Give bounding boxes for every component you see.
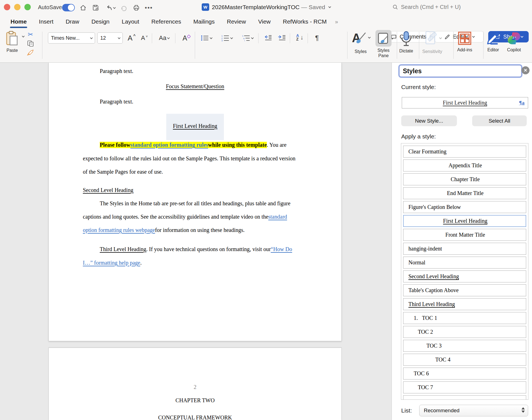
doc-line[interactable]: expected to follow all the rules laid ou… [49, 152, 341, 165]
doc-line[interactable]: CONCEPTUAL FRAMEWORK [49, 411, 341, 420]
tabs-overflow-chevron[interactable]: » [333, 15, 340, 29]
more-commands-icon[interactable]: ••• [144, 3, 153, 12]
home-icon[interactable] [79, 3, 88, 12]
style-item-appendix-title[interactable]: Appendix Title [403, 160, 526, 171]
document-title: 2026MasterTemplateWorkingTOC — Saved [212, 4, 325, 11]
dictate-button[interactable]: Dictate [398, 31, 414, 54]
style-item-label: Table's Caption Above [408, 287, 459, 294]
sort-button[interactable]: AZ ↓ [293, 32, 306, 43]
doc-line[interactable]: 2 [49, 380, 341, 394]
change-case-button[interactable]: Aa [155, 32, 173, 44]
style-item-figure-s-caption-below[interactable]: Figure's Caption Below [403, 201, 526, 213]
style-item-end-matter-title[interactable]: End Matter Title [403, 187, 526, 199]
tab-draw[interactable]: Draw [60, 15, 85, 29]
style-item-table-s-caption-above[interactable]: Table's Caption Above [403, 284, 526, 296]
doc-line[interactable]: Third Level Heading. If you have technic… [49, 242, 341, 256]
paste-button[interactable]: Paste [5, 31, 19, 53]
doc-hyperlink[interactable]: standard option formatting rules [131, 142, 208, 148]
style-item-toc-1[interactable]: 1.TOC 1 [403, 312, 526, 324]
close-pane-icon[interactable]: ✕ [521, 66, 530, 74]
style-item-third-level-heading[interactable]: Third Level Heading [403, 298, 526, 310]
doc-line[interactable]: The Styles in the Home tab are pre-set f… [49, 197, 341, 210]
tab-mailings[interactable]: Mailings [187, 15, 221, 29]
tab-layout[interactable]: Layout [116, 15, 145, 29]
editor-button[interactable]: Editor [485, 31, 501, 52]
doc-hyperlink[interactable]: option formatting rules webpage [83, 227, 155, 233]
print-icon[interactable] [132, 3, 141, 12]
tab-refworks-rcm[interactable]: RefWorks - RCM [277, 15, 333, 29]
decrease-indent-button[interactable] [262, 32, 275, 44]
undo-menu-chevron[interactable] [113, 6, 116, 9]
multilevel-list-button[interactable]: 1ai [238, 32, 257, 44]
style-item-toc-3[interactable]: TOC 3 [403, 340, 526, 352]
doc-hyperlink[interactable]: I…” formatting help page [83, 260, 140, 266]
save-icon[interactable] [91, 3, 100, 12]
doc-line[interactable]: Paragraph text. [49, 64, 341, 78]
doc-line[interactable]: Please follow standard option formatting… [49, 138, 341, 151]
styles-chevron[interactable] [368, 36, 371, 39]
doc-line[interactable]: captions and long quotes. See the access… [49, 210, 341, 223]
doc-line[interactable]: Second Level Heading [49, 183, 341, 197]
doc-line[interactable]: Paragraph text. [49, 95, 341, 108]
doc-line[interactable]: I…” formatting help page. [49, 256, 341, 269]
bullets-button[interactable] [197, 32, 215, 44]
copilot-button[interactable]: Copilot [507, 31, 521, 52]
doc-line[interactable]: of the Sample Pages for ease of use. [49, 165, 341, 178]
font-size-select[interactable]: 12 [97, 32, 123, 44]
style-item-toc-6[interactable]: TOC 6 [403, 368, 526, 379]
style-item-first-level-heading[interactable]: First Level Heading [403, 215, 526, 227]
doc-line[interactable]: Focus Statement/Question [49, 80, 341, 93]
doc-text: Paragraph text. [100, 98, 133, 105]
style-item-hanging-indent[interactable]: hanging-indent [403, 243, 526, 255]
style-item-toc-4[interactable]: TOC 4 [403, 354, 526, 366]
increase-indent-button[interactable] [275, 32, 289, 44]
doc-hyperlink[interactable]: standard [268, 214, 287, 220]
doc-line[interactable]: First Level Heading [49, 120, 341, 133]
autosave-toggle[interactable] [62, 4, 75, 11]
tab-references[interactable]: References [145, 15, 187, 29]
style-item-normal[interactable]: Normal [403, 257, 526, 269]
style-item-toc-7[interactable]: TOC 7 [403, 381, 526, 393]
search-input[interactable]: Search (Cmd + Ctrl + U) [392, 4, 461, 10]
numbering-button[interactable]: 123 [218, 32, 236, 44]
doc-hyperlink[interactable]: “How Do [271, 246, 292, 252]
format-painter-icon[interactable] [27, 49, 34, 57]
style-item-chapter-title[interactable]: Chapter Title [403, 173, 526, 185]
tab-view[interactable]: View [252, 15, 277, 29]
select-all-button[interactable]: Select All [472, 115, 527, 126]
shrink-font-button[interactable]: A˅ [139, 32, 150, 44]
show-paragraph-marks-button[interactable]: ¶ [311, 32, 323, 44]
cut-icon[interactable]: ✂ [28, 31, 33, 38]
addins-button[interactable]: Add-ins [457, 31, 472, 52]
tab-review[interactable]: Review [221, 15, 252, 29]
style-item-front-matter-title[interactable]: Front Matter Title [403, 229, 526, 241]
doc-text: CHAPTER TWO [175, 397, 214, 404]
document-canvas[interactable]: Paragraph text.Focus Statement/QuestionP… [0, 63, 392, 420]
styles-pane-button[interactable]: Styles Pane [375, 30, 392, 58]
close-window-button[interactable] [4, 4, 10, 10]
undo-icon[interactable] [104, 3, 116, 12]
new-style-button[interactable]: New Style... [401, 115, 457, 126]
tab-home[interactable]: Home [4, 15, 33, 29]
copy-icon[interactable] [27, 40, 34, 47]
style-item-partial[interactable] [403, 395, 526, 400]
doc-line[interactable]: CHAPTER TWO [49, 394, 341, 407]
style-item-second-level-heading[interactable]: Second Level Heading [403, 270, 526, 282]
zoom-window-button[interactable] [24, 4, 31, 10]
document-page-2[interactable]: 2CHAPTER TWOCONCEPTUAL FRAMEWORK [48, 348, 342, 420]
doc-line[interactable]: option formatting rules webpage for info… [49, 223, 341, 237]
minimize-window-button[interactable] [14, 4, 21, 10]
style-item-clear-formatting[interactable]: Clear Formatting [403, 146, 526, 158]
grow-font-button[interactable]: A^ [125, 32, 138, 44]
tab-insert[interactable]: Insert [33, 15, 60, 29]
styles-pane-search-input[interactable]: Styles [399, 65, 521, 77]
document-page-1[interactable]: Paragraph text.Focus Statement/QuestionP… [48, 63, 342, 341]
clear-formatting-button[interactable]: A [179, 32, 195, 44]
current-style-box[interactable]: First Level Heading ¶a [402, 97, 528, 108]
font-name-select[interactable]: Times New... [48, 32, 95, 44]
styles-gallery-button[interactable]: A Styles [351, 31, 370, 54]
list-filter-select[interactable]: Recommended [419, 405, 528, 416]
paste-chevron[interactable] [22, 35, 25, 37]
tab-design[interactable]: Design [85, 15, 116, 29]
style-item-toc-2[interactable]: TOC 2 [403, 326, 526, 338]
